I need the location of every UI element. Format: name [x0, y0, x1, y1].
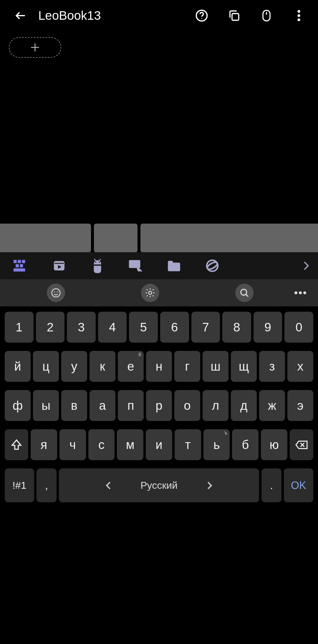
svg-point-33 [294, 291, 297, 294]
overflow-menu-button[interactable] [289, 5, 309, 26]
key-5[interactable]: 5 [129, 312, 158, 343]
search-button[interactable] [235, 284, 254, 302]
svg-line-32 [246, 294, 248, 297]
key-ж[interactable]: ж [259, 390, 285, 421]
keyboard-more-button[interactable] [292, 291, 309, 294]
backspace-key[interactable] [290, 429, 313, 460]
keyboard-row-2: фывапролджэ [5, 390, 313, 421]
suggestion-bar [0, 224, 318, 252]
svg-rect-11 [14, 260, 17, 263]
spacebar-key[interactable]: Русский [59, 468, 259, 502]
key-х[interactable]: х [287, 351, 313, 382]
svg-rect-16 [14, 268, 25, 272]
appbar: LeoBook13 [0, 0, 318, 31]
keyboard-switch-icon[interactable] [12, 257, 30, 275]
svg-line-22 [99, 259, 100, 261]
key-щ[interactable]: щ [231, 351, 257, 382]
key-ф[interactable]: ф [5, 390, 31, 421]
suggestion-slot[interactable] [94, 224, 138, 252]
settings-button[interactable] [141, 284, 159, 302]
key-7[interactable]: 7 [191, 312, 220, 343]
keyboard-row-numbers: 1234567890 [5, 312, 313, 343]
svg-point-28 [54, 291, 55, 292]
key-ц[interactable]: ц [33, 351, 59, 382]
key-к[interactable]: к [90, 351, 115, 382]
key-з[interactable]: з [259, 351, 285, 382]
period-key[interactable]: . [261, 468, 281, 502]
taskbar [0, 252, 318, 279]
svg-rect-4 [263, 10, 270, 21]
svg-point-27 [52, 289, 60, 297]
suggestion-slot[interactable] [0, 224, 91, 252]
key-н[interactable]: н [146, 351, 172, 382]
key-ч[interactable]: ч [59, 429, 86, 460]
key-с[interactable]: с [88, 429, 115, 460]
key-4[interactable]: 4 [98, 312, 127, 343]
back-button[interactable] [12, 7, 29, 24]
key-и[interactable]: и [146, 429, 172, 460]
key-м[interactable]: м [117, 429, 143, 460]
key-2[interactable]: 2 [36, 312, 65, 343]
page-title: LeoBook13 [38, 9, 101, 23]
key-д[interactable]: д [231, 390, 257, 421]
svg-point-20 [99, 261, 100, 262]
emoji-button[interactable] [47, 284, 65, 302]
symbols-key[interactable]: !#1 [5, 468, 34, 502]
svg-point-29 [57, 291, 58, 292]
key-3[interactable]: 3 [67, 312, 96, 343]
video-app-icon[interactable] [50, 257, 68, 275]
key-ь[interactable]: ьъ [203, 429, 230, 460]
keyboard-row-3: ячсмитьъбю [5, 429, 313, 460]
key-9[interactable]: 9 [254, 312, 282, 343]
key-8[interactable]: 8 [222, 312, 251, 343]
svg-point-34 [299, 291, 302, 294]
key-в[interactable]: в [61, 390, 87, 421]
spacebar-label: Русский [140, 480, 178, 491]
key-1[interactable]: 1 [5, 312, 34, 343]
key-п[interactable]: п [118, 390, 144, 421]
main-area [0, 31, 318, 58]
android-app-icon[interactable] [88, 257, 107, 275]
key-6[interactable]: 6 [160, 312, 189, 343]
keyboard-zone: 1234567890 йцукеёнгшщзх фывапролджэ ячсм… [0, 252, 318, 644]
taskbar-more-icon[interactable] [300, 257, 312, 275]
svg-point-6 [297, 10, 300, 13]
svg-point-8 [297, 19, 300, 22]
key-ы[interactable]: ы [33, 390, 59, 421]
comma-key[interactable]: , [37, 468, 57, 502]
mouse-button[interactable] [256, 5, 277, 26]
key-ш[interactable]: ш [203, 351, 228, 382]
chevron-left-icon [106, 481, 111, 490]
key-е[interactable]: её [118, 351, 144, 382]
browser-icon[interactable] [203, 257, 221, 275]
key-0[interactable]: 0 [284, 312, 313, 343]
shift-key[interactable] [5, 429, 28, 460]
suggestion-slot[interactable] [140, 224, 318, 252]
svg-point-30 [149, 291, 152, 295]
folder-icon[interactable] [165, 257, 183, 275]
key-э[interactable]: э [287, 390, 313, 421]
svg-point-7 [297, 14, 300, 17]
keyboard-toolbar [0, 279, 318, 306]
add-button[interactable] [9, 37, 61, 58]
screen-share-icon[interactable] [127, 257, 145, 275]
svg-rect-13 [22, 260, 25, 263]
svg-point-2 [201, 18, 202, 19]
key-у[interactable]: у [61, 351, 87, 382]
ok-key[interactable]: OK [284, 468, 313, 502]
key-а[interactable]: а [90, 390, 115, 421]
key-й[interactable]: й [5, 351, 31, 382]
key-я[interactable]: я [31, 429, 57, 460]
svg-rect-23 [129, 260, 140, 268]
key-г[interactable]: г [174, 351, 200, 382]
help-button[interactable] [191, 5, 212, 26]
key-б[interactable]: б [232, 429, 259, 460]
key-т[interactable]: т [175, 429, 201, 460]
svg-rect-14 [16, 264, 19, 267]
copy-button[interactable] [224, 5, 244, 26]
key-о[interactable]: о [174, 390, 200, 421]
keyboard-row-1: йцукеёнгшщзх [5, 351, 313, 382]
key-ю[interactable]: ю [261, 429, 287, 460]
key-р[interactable]: р [146, 390, 172, 421]
key-л[interactable]: л [203, 390, 228, 421]
